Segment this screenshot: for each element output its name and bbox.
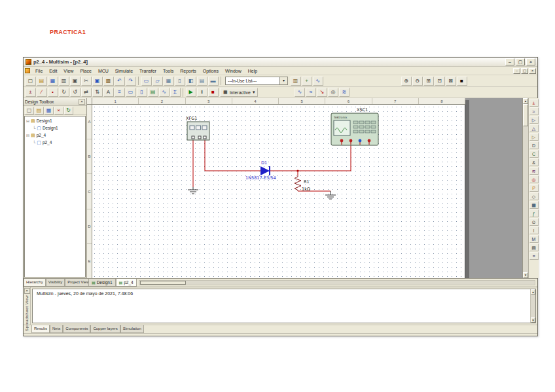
tree-item-design1-sheet[interactable]: └ ▢ Design1 xyxy=(25,124,85,132)
interactive-simulation-button[interactable]: ▦ Interactive ▾ xyxy=(220,88,258,97)
open-button[interactable]: ▤ xyxy=(37,77,47,86)
place-source-group-button[interactable]: ± xyxy=(529,99,539,107)
close-icon[interactable]: × xyxy=(24,288,30,294)
new-button[interactable]: ▢ xyxy=(26,77,36,86)
menu-file[interactable]: File xyxy=(32,68,46,74)
spreadsheet-results-area[interactable]: Multisim - jueves, 20 de mayo de 2021, 7… xyxy=(32,289,536,323)
scroll-up-icon[interactable]: ▲ xyxy=(531,289,535,294)
place-power-group-button[interactable]: P xyxy=(529,184,539,192)
run-simulation-button[interactable]: ▶ xyxy=(186,88,196,97)
xfg1-terminal-common[interactable] xyxy=(198,136,201,139)
menu-simulate[interactable]: Simulate xyxy=(112,68,136,74)
tab-copper-layers[interactable]: Copper layers xyxy=(90,325,120,333)
place-junction-button[interactable]: • xyxy=(48,88,58,97)
diode-symbol[interactable] xyxy=(260,166,270,175)
resistor-symbol[interactable] xyxy=(295,175,301,191)
sheet-tab-design1[interactable]: ▤ Design1 xyxy=(88,279,116,287)
multimeter-button[interactable]: ◎ xyxy=(328,88,338,97)
menu-options[interactable]: Options xyxy=(200,68,222,74)
place-text-button[interactable]: A xyxy=(103,88,114,97)
grapher-button[interactable]: ∿ xyxy=(313,77,323,86)
place-analog-group-button[interactable]: ▷ xyxy=(529,133,539,141)
oscilloscope-component[interactable]: XSC1 Tektronix xyxy=(331,107,378,145)
interactive-analysis-button[interactable]: ∿ xyxy=(295,88,305,97)
menu-transfer[interactable]: Transfer xyxy=(136,68,160,74)
tree-expander-icon[interactable]: └ xyxy=(33,126,35,130)
tree-expander-icon[interactable]: ⊟ xyxy=(26,133,29,137)
ground-symbol-2[interactable] xyxy=(325,191,336,199)
paste-button[interactable]: ▩ xyxy=(103,77,114,86)
tree-item-p2_4-root[interactable]: ⊟ ▤ p2_4 xyxy=(25,132,85,139)
tree-item-p2_4-sheet[interactable]: └ ▢ p2_4 xyxy=(25,139,85,146)
place-hierarchical-block-button[interactable]: ▭ xyxy=(126,88,136,97)
menu-edit[interactable]: Edit xyxy=(46,68,60,74)
xfg1-terminal-minus[interactable] xyxy=(204,136,206,139)
redo-button[interactable]: ↷ xyxy=(126,77,136,86)
toggle-page-border-button[interactable]: ▯ xyxy=(175,77,185,86)
canvas-horizontal-scrollbar[interactable] xyxy=(139,280,535,285)
menu-tools[interactable]: Tools xyxy=(160,68,177,74)
place-mcu-group-button[interactable]: M xyxy=(529,235,539,243)
menu-reports[interactable]: Reports xyxy=(177,68,200,74)
toggle-grid-button[interactable]: ▦ xyxy=(164,77,174,86)
toolbox-refresh-button[interactable]: ↻ xyxy=(64,107,73,115)
schematic-sheet[interactable]: 12345678 ABCDE xyxy=(87,98,465,278)
menu-window[interactable]: Window xyxy=(222,68,245,74)
close-icon[interactable]: × xyxy=(526,58,535,65)
scroll-down-icon[interactable]: ▼ xyxy=(531,317,535,323)
toolbox-delete-button[interactable]: × xyxy=(54,107,63,115)
tree-expander-icon[interactable]: ⊟ xyxy=(26,118,29,123)
undo-button[interactable]: ↶ xyxy=(115,77,125,86)
place-misc-group-button[interactable]: ◇ xyxy=(529,192,539,200)
description-box-button[interactable]: ▬ xyxy=(208,77,219,86)
flip-horizontal-button[interactable]: ⇄ xyxy=(81,88,92,97)
database-manager-button[interactable]: ▥ xyxy=(291,77,301,86)
zoom-in-button[interactable]: ⊕ xyxy=(401,77,412,86)
menu-place[interactable]: Place xyxy=(77,68,95,74)
xfg1-terminal-plus[interactable] xyxy=(192,136,194,139)
horizontal-scroll-thumb[interactable] xyxy=(140,281,186,285)
scroll-up-icon[interactable]: ▲ xyxy=(523,98,528,104)
mdi-minimize-icon[interactable]: – xyxy=(513,68,520,74)
tab-visibility[interactable]: Visibility xyxy=(46,279,65,287)
grapher-view-button[interactable]: ∿ xyxy=(159,88,170,97)
rotate-cw-button[interactable]: ↻ xyxy=(59,88,69,97)
breadboard-view-button[interactable]: ▤ xyxy=(148,88,158,97)
in-use-list-dropdown[interactable]: ---In-Use List--- ▾ xyxy=(225,77,288,85)
restore-icon[interactable]: ▢ xyxy=(516,58,525,65)
spreadsheet-scrollbar[interactable]: ▲ ▼ xyxy=(530,289,535,323)
toolbox-new-button[interactable]: ▢ xyxy=(25,107,34,115)
wire-xfg1-diode[interactable] xyxy=(205,140,260,171)
rotate-ccw-button[interactable]: ↺ xyxy=(70,88,81,97)
scroll-down-icon[interactable]: ▼ xyxy=(523,272,528,278)
schematic-viewport[interactable]: 12345678 ABCDE xyxy=(87,98,522,278)
place-subcircuit-button[interactable]: ▯ xyxy=(137,88,147,97)
place-advanced-peripherals-button[interactable]: ▦ xyxy=(529,201,539,209)
zoom-magnification-button[interactable]: ⊠ xyxy=(446,77,456,86)
zoom-out-button[interactable]: ⊖ xyxy=(412,77,423,86)
tab-results[interactable]: Results xyxy=(31,325,50,333)
place-wire-button[interactable]: ∕ xyxy=(37,88,47,97)
wires[interactable] xyxy=(193,140,351,191)
toolbox-open-button[interactable]: ▤ xyxy=(35,107,44,115)
scroll-track[interactable] xyxy=(531,294,535,317)
pause-simulation-button[interactable]: ‖ xyxy=(197,88,207,97)
place-electromechanical-button[interactable]: ⊙ xyxy=(529,218,539,226)
close-icon[interactable]: × xyxy=(79,99,85,105)
create-component-button[interactable]: + xyxy=(302,77,312,86)
place-bus-button[interactable]: ≡ xyxy=(115,88,125,97)
flip-vertical-button[interactable]: ⇅ xyxy=(92,88,103,97)
copy-button[interactable]: ▣ xyxy=(92,77,103,86)
place-diode-group-button[interactable]: ▷ xyxy=(529,116,539,124)
place-mixed-group-button[interactable]: ≋ xyxy=(529,167,539,175)
menu-mcu[interactable]: MCU xyxy=(95,68,112,74)
place-connector-group-button[interactable]: I xyxy=(529,226,539,234)
save-button[interactable]: ▦ xyxy=(48,77,58,86)
canvas-vertical-scrollbar[interactable]: ▲ ▼ xyxy=(522,98,528,278)
place-bus-group-button[interactable]: ≡ xyxy=(529,252,539,260)
tree-item-design1-root[interactable]: ⊟ ▤ Design1 xyxy=(25,117,85,124)
place-cmos-group-button[interactable]: C xyxy=(529,150,539,158)
postprocessor-button[interactable]: Σ xyxy=(170,88,181,97)
vertical-scroll-thumb[interactable] xyxy=(523,104,528,126)
mdi-restore-icon[interactable]: ▢ xyxy=(521,68,528,74)
